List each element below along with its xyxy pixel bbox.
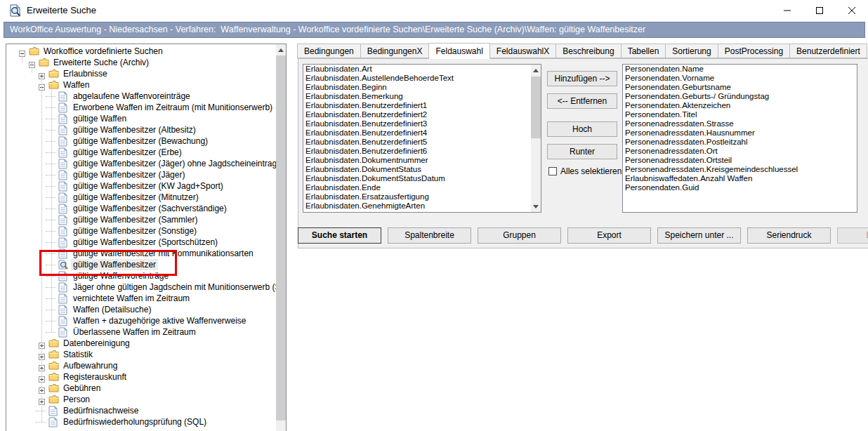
export-button[interactable]: Export — [567, 227, 651, 244]
tab-benutzerdefiniert[interactable]: Benutzerdefiniert — [789, 44, 867, 58]
tree-scrollbar[interactable] — [276, 44, 286, 431]
list-item[interactable]: Erlaubnisdaten.Benutzerdefiniert5 — [303, 138, 531, 147]
tab-tabellen[interactable]: Tabellen — [621, 44, 666, 58]
tree-item[interactable]: gültige Waffenbesitzer (Sportschützen) — [6, 237, 275, 248]
maximize-button[interactable] — [803, 0, 836, 20]
suche-starten-button[interactable]: Suche starten — [298, 227, 381, 244]
tree-item[interactable]: Überlassene Waffen im Zeitraum — [6, 326, 275, 338]
tree-item[interactable]: vernichtete Waffen im Zeitraum — [6, 293, 275, 304]
remove-field-button[interactable]: <-- Entfernen — [547, 93, 617, 109]
collapse-icon[interactable] — [19, 48, 25, 55]
move-down-button[interactable]: Runter — [547, 144, 617, 159]
tab-bedingungen[interactable]: Bedingungen — [297, 44, 361, 58]
list-item[interactable]: Erlaubnisdaten.Benutzerdefiniert1 — [303, 101, 531, 110]
list-item[interactable]: Erlaubnisdaten.Benutzerdefiniert3 — [303, 119, 531, 128]
list-item[interactable]: Erlaubnisdaten.AustellendeBehoerdeText — [303, 74, 531, 83]
scroll-up-icon[interactable] — [276, 44, 286, 55]
tree-item[interactable]: Person — [6, 394, 275, 405]
seriendruck-button[interactable]: Seriendruck — [747, 227, 831, 244]
list-item[interactable]: Personenadressdaten.Ort — [623, 147, 857, 156]
tree-item[interactable]: Gebühren — [6, 383, 275, 394]
list-item[interactable]: Erlaubnisdaten.Bemerkung — [303, 92, 531, 101]
close-button[interactable] — [836, 0, 868, 20]
move-up-button[interactable]: Hoch — [547, 121, 617, 137]
tree-item[interactable]: gültige Waffenbesitzer (Sonstige) — [6, 225, 275, 237]
available-list-scrollbar[interactable] — [531, 65, 541, 212]
tree-item[interactable]: Bedürfniswiederholungsprüfung (SQL) — [6, 416, 275, 427]
tree-item[interactable]: Jäger ohne gültigen Jagdschein mit Munit… — [6, 281, 275, 293]
tree-item[interactable]: abgelaufene Waffenvoreinträge — [6, 91, 275, 102]
tree-item[interactable]: gültige Waffenbesitzer mit Kommunikation… — [6, 248, 275, 259]
list-item[interactable]: Erlaubnisdaten.Beginn — [303, 83, 531, 92]
tree-item[interactable]: Aufbewahrung — [6, 360, 275, 371]
tree-item[interactable]: gültige Waffenbesitzer (KW Jagd+Sport) — [6, 180, 275, 192]
available-list-scrollbar-thumb[interactable] — [531, 77, 541, 138]
tree-item[interactable]: Statistik — [6, 349, 275, 360]
tab-bedingungenx[interactable]: BedingungenX — [360, 44, 430, 58]
tree-item[interactable]: Registerauskunft — [6, 371, 275, 383]
list-item[interactable]: Erlaubnisdaten.DokumentStatusDatum — [303, 174, 531, 183]
scroll-down-icon[interactable] — [531, 201, 541, 212]
tab-sortierung[interactable]: Sortierung — [665, 44, 718, 58]
list-item[interactable]: Personenadressdaten.Hausnummer — [623, 128, 857, 138]
list-item[interactable]: Personendaten.Titel — [623, 110, 857, 119]
tab-postprocessing[interactable]: PostProcessing — [718, 44, 790, 58]
tree-item[interactable]: Datenbereinigung — [6, 338, 275, 349]
list-item[interactable]: Personendaten.Vorname — [623, 74, 857, 83]
speichern-unter-button[interactable]: Speichern unter ... — [657, 227, 741, 244]
list-item[interactable]: Personendaten.Name — [623, 65, 857, 74]
tree-item[interactable]: Bedürfnisnachweise — [6, 405, 275, 416]
minimize-button[interactable] — [771, 0, 803, 20]
tree-item[interactable]: Waffen + dazugehörige aktive Waffenverwe… — [6, 315, 275, 326]
tree-scrollbar-thumb[interactable] — [276, 55, 286, 420]
tree-item[interactable]: Waffen (Detailsuche) — [6, 304, 275, 315]
list-item[interactable]: Personendaten.Geburtsname — [623, 83, 857, 92]
list-item[interactable]: Erlaubnisdaten.Ersatzausfertigung — [303, 192, 531, 201]
list-item[interactable]: Erlaubnisdaten.DokumentStatus — [303, 165, 531, 174]
list-item[interactable]: Erlaubnisdaten.Benutzerdefiniert4 — [303, 128, 531, 138]
list-item[interactable]: Personenadressdaten.Ortsteil — [623, 156, 857, 165]
list-item[interactable]: Personenadressdaten.Strasse — [623, 119, 857, 128]
list-item[interactable]: Erlaubnisdaten.Benutzerdefiniert6 — [303, 147, 531, 156]
list-item[interactable]: Personenadressdaten.Kreisgemeindeschlues… — [623, 165, 857, 174]
list-item[interactable]: Erlaubniswaffedaten.Anzahl Waffen — [623, 174, 857, 183]
spaltenbreite-button[interactable]: Spaltenbreite — [388, 227, 471, 244]
tree-item[interactable]: Erweiterte Suche (Archiv) — [6, 57, 275, 68]
available-fields-list[interactable]: Erlaubnisdaten.ArtErlaubnisdaten.Austell… — [303, 64, 541, 213]
tree-item-label: Person — [61, 394, 92, 405]
gruppen-button[interactable]: Gruppen — [478, 227, 561, 244]
list-item[interactable]: Personenadressdaten.Postleitzahl — [623, 138, 857, 147]
tree-item[interactable]: gültige Waffenbesitzer (Sammler) — [6, 214, 275, 225]
tree-item[interactable]: gültige Waffen — [6, 113, 275, 124]
list-item[interactable]: Erlaubnisdaten.GenehmigteArten — [303, 201, 531, 211]
list-item[interactable]: Erlaubnisdaten.Benutzerdefiniert2 — [303, 110, 531, 119]
list-item[interactable]: Erlaubnisdaten.Art — [303, 65, 531, 74]
tree-item[interactable]: gültige Waffenbesitzer (Jäger) — [6, 169, 275, 180]
list-item[interactable]: Erlaubnisdaten.Ende — [303, 183, 531, 192]
tab-beschreibung[interactable]: Beschreibung — [555, 44, 621, 58]
tree-item[interactable]: Workoffice vordefinierte Suchen — [6, 46, 275, 57]
app-search-icon — [9, 4, 22, 17]
tree-item[interactable]: gültige Waffenbesitzer (Sachverständige) — [6, 203, 275, 214]
tree-item[interactable]: gültige Waffenbesitzer (Jäger) ohne Jagd… — [6, 158, 275, 169]
tree-item[interactable]: gültige Waffenvoreinträge — [6, 270, 275, 281]
list-item[interactable]: Personendaten.Geburts-/ Gründungstag — [623, 92, 857, 101]
select-all-checkbox[interactable] — [548, 167, 557, 175]
tree-item[interactable]: Waffen — [6, 79, 275, 91]
add-field-button[interactable]: Hinzufügen --> — [547, 71, 617, 86]
tree-item[interactable]: gültige Waffenbesitzer (Bewachung) — [6, 135, 275, 147]
tree-item[interactable]: Erlaubnisse — [6, 68, 275, 79]
tree-item[interactable]: gültige Waffenbesitzer (Mitnutzer) — [6, 192, 275, 203]
tab-feldauswahl[interactable]: Feldauswahl — [428, 43, 489, 59]
selected-fields-list[interactable]: Personendaten.NamePersonendaten.VornameP… — [622, 64, 857, 213]
list-item[interactable]: Personendaten.Aktenzeichen — [623, 101, 857, 110]
tab-feldauswahlx[interactable]: FeldauswahlX — [489, 44, 556, 58]
select-all-option[interactable]: Alles selektieren — [548, 166, 622, 176]
tree-item[interactable]: gültige Waffenbesitzer (Altbesitz) — [6, 124, 275, 135]
tree-item[interactable]: gültige Waffenbesitzer (Erbe) — [6, 147, 275, 158]
scroll-up-icon[interactable] — [531, 65, 541, 76]
tree-item[interactable]: Erworbene Waffen im Zeitraum (mit Muniti… — [6, 102, 275, 113]
list-item[interactable]: Personendaten.Guid — [623, 183, 857, 192]
tree-item[interactable]: gültige Waffenbesitzer — [6, 259, 275, 270]
list-item[interactable]: Erlaubnisdaten.Dokumentnummer — [303, 156, 531, 165]
